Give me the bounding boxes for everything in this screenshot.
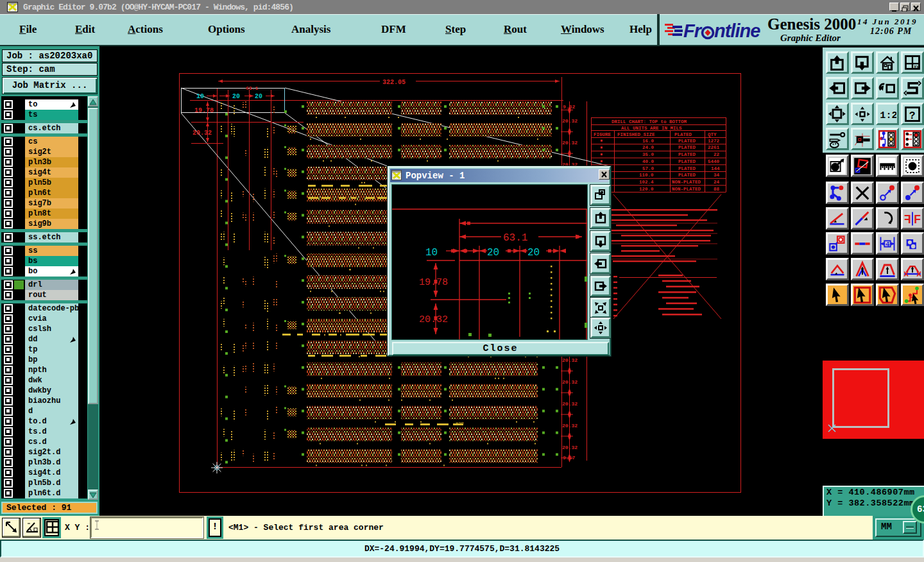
svg-text:35.0: 35.0	[642, 152, 654, 157]
svg-text:xy: xy	[914, 65, 919, 69]
svg-text:110.0: 110.0	[639, 173, 654, 178]
svg-text:63.1: 63.1	[503, 232, 527, 244]
svg-text:PLATED: PLATED	[678, 152, 696, 157]
svg-text:19.78: 19.78	[419, 277, 448, 288]
svg-text:88: 88	[714, 187, 720, 192]
svg-text:20.32: 20.32	[193, 130, 212, 137]
svg-text:20: 20	[527, 247, 540, 259]
svg-text:10: 10	[196, 93, 204, 100]
svg-text:PLATED: PLATED	[678, 139, 696, 144]
svg-text:9.57: 9.57	[563, 455, 575, 461]
svg-text:20.32: 20.32	[562, 118, 578, 124]
svg-text:1:2: 1:2	[880, 110, 896, 121]
svg-text:PLATED: PLATED	[678, 166, 696, 171]
svg-text:F: F	[914, 213, 921, 226]
svg-text:40.0: 40.0	[642, 159, 654, 164]
svg-text:1272: 1272	[708, 139, 720, 144]
svg-text:F: F	[904, 213, 911, 226]
svg-text:FIGURE: FIGURE	[594, 132, 612, 137]
svg-text:144: 144	[711, 166, 720, 171]
svg-text:20.32: 20.32	[419, 314, 448, 325]
svg-text:PLATED: PLATED	[678, 145, 696, 150]
svg-text:16.0: 16.0	[642, 139, 654, 144]
svg-text:DRILL CHART: TOP to BOTTOM: DRILL CHART: TOP to BOTTOM	[612, 119, 687, 124]
svg-text:102.4: 102.4	[639, 180, 654, 185]
svg-text:QTY: QTY	[708, 132, 717, 137]
svg-text:20: 20	[255, 93, 262, 100]
svg-text:10: 10	[425, 247, 438, 259]
svg-text:20: 20	[487, 247, 499, 259]
svg-text:20.32: 20.32	[562, 423, 578, 429]
svg-text:34: 34	[714, 173, 720, 178]
svg-text:20: 20	[232, 93, 240, 100]
svg-text:24.0: 24.0	[642, 145, 654, 150]
svg-text:9.32: 9.32	[563, 104, 575, 110]
svg-text:19.78: 19.78	[194, 107, 214, 114]
svg-text:120.0: 120.0	[639, 187, 654, 192]
svg-text:ALL UNITS ARE IN MILS: ALL UNITS ARE IN MILS	[621, 126, 682, 131]
svg-text:PLATED: PLATED	[674, 132, 692, 137]
svg-text:322.05: 322.05	[382, 79, 406, 86]
svg-text:24: 24	[714, 180, 720, 185]
svg-text:22: 22	[714, 152, 720, 157]
svg-text:20.32: 20.32	[562, 445, 578, 450]
svg-text:20.32: 20.32	[562, 379, 578, 385]
svg-text:2261: 2261	[708, 145, 720, 150]
svg-text:?: ?	[909, 110, 916, 122]
svg-text:PLATED: PLATED	[678, 159, 696, 164]
svg-text:57.0: 57.0	[642, 166, 654, 171]
svg-text:PLATED: PLATED	[678, 173, 696, 178]
svg-text:20.32: 20.32	[562, 401, 578, 407]
svg-text:NON-PLATED: NON-PLATED	[672, 180, 701, 185]
svg-text:20.32: 20.32	[562, 357, 578, 363]
svg-text:NON-PLATED: NON-PLATED	[672, 187, 701, 192]
svg-text:X3P: X3P	[456, 422, 464, 427]
svg-text:5440: 5440	[708, 159, 720, 164]
svg-text:4: 4	[886, 241, 889, 248]
svg-text:FINISHED_SIZE: FINISHED_SIZE	[617, 132, 655, 137]
svg-text:20.32: 20.32	[562, 140, 578, 146]
svg-text:63.1: 63.1	[246, 85, 258, 91]
